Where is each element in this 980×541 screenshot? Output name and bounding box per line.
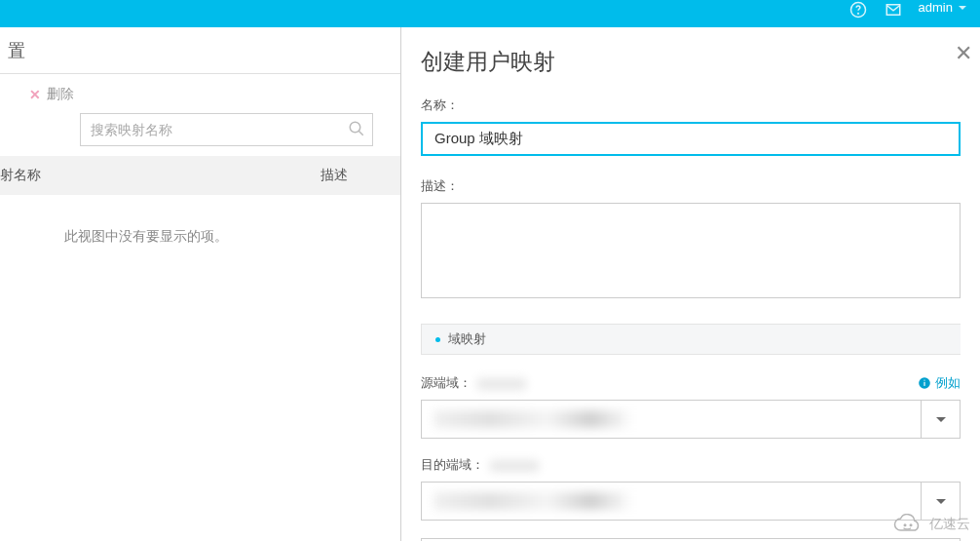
main-area: 置 ✕ 删除 射名称 描述 此视图中没有要显示的项。 ✕ 创建用户映射 名称： … xyxy=(0,27,980,541)
source-label: 源端域： xyxy=(421,374,526,392)
name-label: 名称： xyxy=(421,97,961,114)
source-dropdown[interactable] xyxy=(421,400,961,439)
svg-point-7 xyxy=(904,523,907,526)
search-wrap xyxy=(80,113,373,146)
delete-label: 删除 xyxy=(47,86,74,103)
user-menu[interactable]: admin xyxy=(919,0,966,15)
close-button[interactable]: ✕ xyxy=(955,43,972,64)
delete-x-icon: ✕ xyxy=(29,87,41,102)
panel-title: 创建用户映射 xyxy=(421,47,961,77)
section-bar[interactable]: 域映射 xyxy=(421,324,961,355)
section-dot-icon xyxy=(435,337,440,342)
info-icon xyxy=(918,376,931,390)
column-header-desc[interactable]: 描述 xyxy=(320,167,379,184)
chevron-down-icon xyxy=(959,6,966,10)
hint-text: 例如 xyxy=(935,374,961,392)
svg-point-6 xyxy=(923,379,924,380)
dest-label: 目的端域： xyxy=(421,456,961,474)
example-link[interactable]: 例如 xyxy=(918,374,961,392)
left-column: 置 ✕ 删除 射名称 描述 此视图中没有要显示的项。 xyxy=(0,27,401,541)
left-title-text: 置 xyxy=(8,39,25,62)
left-title-bar: 置 xyxy=(0,27,400,74)
svg-line-3 xyxy=(358,131,363,135)
search-button[interactable] xyxy=(346,119,367,140)
help-icon[interactable] xyxy=(848,0,868,19)
delete-button[interactable]: ✕ 删除 xyxy=(0,74,400,113)
source-dropdown-value xyxy=(422,401,921,438)
watermark-logo: 亿速云 xyxy=(890,514,970,535)
dest-dropdown-value xyxy=(422,483,921,520)
svg-point-1 xyxy=(857,13,858,14)
svg-rect-5 xyxy=(923,382,924,386)
close-icon: ✕ xyxy=(955,41,972,65)
top-header: admin xyxy=(0,0,980,27)
watermark-text: 亿速云 xyxy=(929,516,970,533)
name-input[interactable] xyxy=(421,122,961,156)
column-header-name[interactable]: 射名称 xyxy=(0,167,320,184)
chevron-down-icon xyxy=(936,417,946,422)
source-dropdown-arrow[interactable] xyxy=(921,401,960,438)
mail-icon[interactable] xyxy=(884,0,903,19)
list-header: 射名称 描述 xyxy=(0,156,400,195)
search-input[interactable] xyxy=(80,113,373,146)
cloud-icon xyxy=(890,514,925,535)
create-panel: ✕ 创建用户映射 名称： 描述： 域映射 源端域： 例如 xyxy=(401,27,980,541)
desc-label: 描述： xyxy=(421,177,961,195)
desc-textarea[interactable] xyxy=(421,203,961,298)
empty-message: 此视图中没有要显示的项。 xyxy=(0,195,400,246)
section-label: 域映射 xyxy=(448,330,486,348)
svg-point-8 xyxy=(910,523,913,526)
chevron-down-icon xyxy=(936,499,946,504)
source-label-row: 源端域： 例如 xyxy=(421,374,961,392)
dest-dropdown[interactable] xyxy=(421,482,961,521)
search-icon xyxy=(348,120,365,137)
svg-point-2 xyxy=(350,122,360,133)
user-label: admin xyxy=(919,0,953,15)
